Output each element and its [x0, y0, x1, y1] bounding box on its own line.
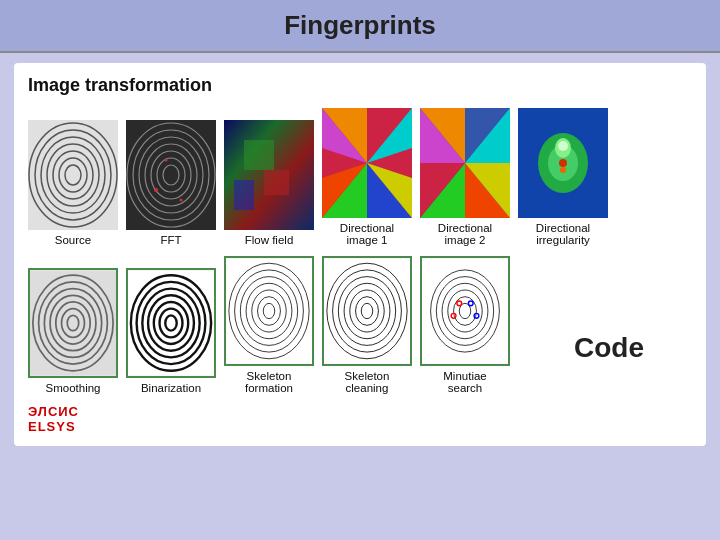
image-grid: Source — [28, 108, 692, 394]
svg-rect-56 — [324, 258, 410, 363]
image-box-dirirr — [518, 108, 608, 218]
svg-point-16 — [154, 188, 158, 192]
image-item-dirirr: Directionalirregularity — [518, 108, 608, 246]
image-item-dir1: Directionalimage 1 — [322, 108, 412, 246]
label-dirirr: Directionalirregularity — [536, 222, 590, 246]
svg-rect-22 — [234, 180, 254, 210]
image-row-2: Smoothing — [28, 256, 692, 394]
image-box-skelform — [224, 256, 314, 366]
svg-point-17 — [180, 199, 183, 202]
image-row-1: Source — [28, 108, 692, 246]
svg-rect-21 — [264, 170, 289, 195]
image-box-skelclean — [322, 256, 412, 366]
label-fft: FFT — [160, 234, 181, 246]
section-title: Image transformation — [28, 75, 692, 96]
image-item-dir2: Directionalimage 2 — [420, 108, 510, 246]
main-content: Image transformation — [14, 63, 706, 446]
svg-rect-32 — [30, 270, 116, 375]
image-item-flow: Flow field — [224, 120, 314, 246]
image-item-minutiae: Minutiaesearch — [420, 256, 510, 394]
svg-rect-64 — [422, 258, 508, 363]
image-box-dir1 — [322, 108, 412, 218]
label-minutiae: Minutiaesearch — [443, 370, 486, 394]
image-box-dir2 — [420, 108, 510, 218]
svg-point-18 — [165, 159, 168, 162]
image-item-binar: Binarization — [126, 268, 216, 394]
image-item-skelform: Skeletonformation — [224, 256, 314, 394]
label-skelform: Skeletonformation — [245, 370, 293, 394]
image-box-fft — [126, 120, 216, 230]
image-box-source — [28, 120, 118, 230]
label-skelclean: Skeletoncleaning — [345, 370, 390, 394]
image-box-binar — [126, 268, 216, 378]
label-dir1: Directionalimage 1 — [340, 222, 394, 246]
svg-point-31 — [560, 167, 566, 173]
svg-rect-48 — [226, 258, 312, 363]
label-smooth: Smoothing — [46, 382, 101, 394]
header: Fingerprints — [0, 0, 720, 53]
label-flow: Flow field — [245, 234, 294, 246]
label-dir2: Directionalimage 2 — [438, 222, 492, 246]
elsys-line1: ЭЛСИС — [28, 404, 79, 419]
svg-rect-20 — [244, 140, 274, 170]
elsys-line2: ELSYS — [28, 419, 76, 434]
svg-point-30 — [559, 159, 567, 167]
elsys-logo: ЭЛСИС ELSYS — [28, 404, 692, 434]
image-box-flow — [224, 120, 314, 230]
svg-rect-40 — [128, 270, 214, 375]
image-item-smooth: Smoothing — [28, 268, 118, 394]
image-item-fft: FFT — [126, 120, 216, 246]
image-item-skelclean: Skeletoncleaning — [322, 256, 412, 394]
code-container: Code — [518, 322, 692, 394]
image-item-source: Source — [28, 120, 118, 246]
label-source: Source — [55, 234, 91, 246]
svg-point-29 — [558, 141, 568, 151]
image-box-smooth — [28, 268, 118, 378]
image-box-minutiae — [420, 256, 510, 366]
label-binar: Binarization — [141, 382, 201, 394]
header-title: Fingerprints — [284, 10, 436, 40]
code-label: Code — [566, 332, 644, 394]
